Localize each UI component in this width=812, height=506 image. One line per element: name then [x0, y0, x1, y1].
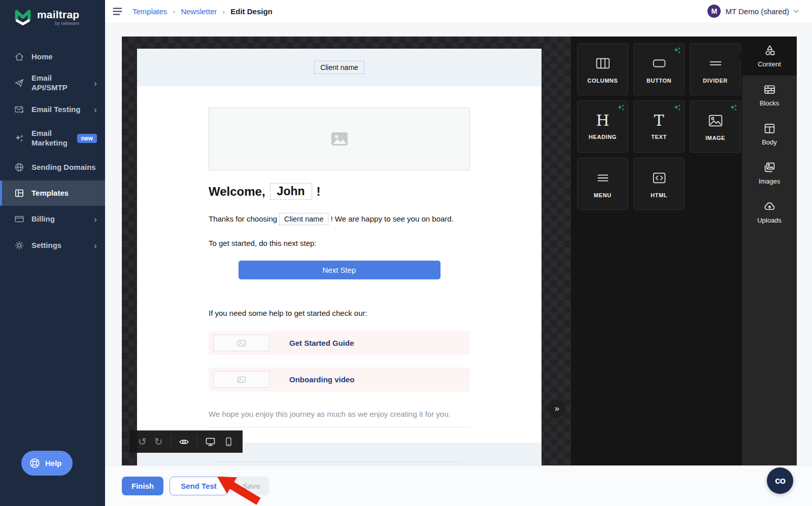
sidebar-item-templates[interactable]: Templates — [0, 180, 105, 206]
help-label: Help — [45, 459, 62, 467]
client-name-merge-tag[interactable]: Client name — [279, 213, 328, 225]
heading-block-icon: H — [596, 113, 609, 128]
block-tile-heading[interactable]: H HEADING — [577, 100, 628, 153]
menu-block-icon — [594, 169, 612, 187]
image-block-icon — [707, 112, 724, 129]
thumbnail-placeholder — [213, 371, 269, 388]
email-header-section[interactable]: Client name — [137, 49, 542, 86]
brand-tagline: by railsware — [37, 21, 79, 26]
canvas-toolbar: ↺ ↻ — [129, 430, 243, 453]
image-placeholder-icon — [331, 132, 348, 146]
breadcrumb-newsletter[interactable]: Newsletter — [181, 7, 217, 16]
account-menu[interactable]: M MT Demo (shared) — [707, 5, 799, 18]
text-block-icon: T — [654, 113, 664, 128]
lifebuoy-icon — [29, 457, 41, 469]
topbar: Templates › Newsletter › Edit Design M M… — [105, 0, 812, 22]
billing-card-icon — [14, 214, 24, 224]
templates-icon — [14, 188, 24, 198]
rail-tab-uploads[interactable]: Uploads — [742, 193, 797, 232]
sidebar-item-email-testing[interactable]: Email Testing › — [0, 96, 105, 123]
button-block-icon — [651, 55, 668, 72]
sidebar-item-home[interactable]: Home — [0, 44, 105, 70]
new-badge: new — [77, 134, 97, 143]
block-divider — [209, 427, 470, 427]
chat-widget-button[interactable]: co — [767, 467, 793, 494]
bottom-action-bar: Finish Send Test Save — [105, 465, 812, 506]
breadcrumb-templates[interactable]: Templates — [132, 7, 167, 16]
block-tile-button[interactable]: BUTTON — [633, 43, 685, 95]
paper-plane-icon — [14, 78, 24, 88]
email-body: Welcome, John ! Thanks for choosingClien… — [209, 107, 470, 427]
cloud-upload-icon — [763, 200, 776, 213]
template-editor: Client name Welcome, — [122, 37, 797, 465]
rail-tab-blocks[interactable]: Blocks — [742, 76, 797, 115]
breadcrumb-separator: › — [173, 7, 175, 16]
mailtrap-logo-icon — [13, 8, 32, 26]
first-name-merge-tag[interactable]: John — [270, 183, 312, 200]
mailtrap-logo[interactable]: mailtrap by railsware — [0, 0, 105, 26]
resource-row-video[interactable]: Onboarding video — [209, 368, 470, 391]
resource-row-guide[interactable]: Get Started Guide — [209, 331, 470, 355]
globe-icon — [14, 162, 24, 172]
closing-text[interactable]: We hope you enjoy this journey as much a… — [209, 410, 470, 418]
panel-rail: Content Blocks Body — [742, 37, 797, 465]
chevron-right-icon: › — [94, 241, 97, 250]
help-button[interactable]: Help — [21, 451, 73, 476]
guide-link[interactable]: Get Started Guide — [289, 339, 354, 347]
ai-sparkle-icon — [730, 104, 737, 114]
desktop-view-icon[interactable] — [205, 437, 216, 447]
footer-divider — [218, 462, 461, 462]
account-name: MT Demo (shared) — [725, 7, 789, 16]
mobile-view-icon[interactable] — [223, 437, 234, 447]
block-tile-divider[interactable]: DIVIDER — [690, 43, 741, 95]
block-tiles-grid: COLUMNS BUTTON — [571, 37, 742, 210]
block-tile-html[interactable]: HTML — [633, 158, 685, 210]
home-icon — [14, 52, 24, 62]
mailtrap-app: mailtrap by railsware Home Emai — [0, 0, 812, 506]
sidebar-item-settings[interactable]: Settings › — [0, 232, 105, 259]
breadcrumb-separator: › — [222, 7, 225, 16]
block-tile-text[interactable]: T TEXT — [633, 100, 685, 153]
rail-tab-content[interactable]: Content — [742, 37, 797, 76]
chevron-right-icon: › — [94, 79, 97, 88]
html-block-icon — [651, 169, 668, 187]
content-blocks-panel: COLUMNS BUTTON — [571, 37, 742, 465]
collapse-panel-button[interactable]: » — [548, 400, 566, 417]
columns-icon — [594, 55, 612, 72]
sidebar-item-email-marketing[interactable]: Email Marketing new — [0, 123, 105, 154]
welcome-heading[interactable]: Welcome, John ! — [209, 183, 470, 200]
gear-icon — [14, 240, 24, 250]
avatar: M — [707, 5, 721, 18]
intro-paragraph[interactable]: Thanks for choosingClient name! We are h… — [209, 213, 470, 224]
next-step-intro[interactable]: To get started, do this next step: — [209, 238, 470, 248]
rail-tab-body[interactable]: Body — [742, 115, 797, 154]
block-tile-menu[interactable]: MENU — [577, 158, 628, 210]
redo-icon[interactable]: ↻ — [154, 437, 163, 447]
block-tile-columns[interactable]: COLUMNS — [577, 43, 628, 95]
block-tile-image[interactable]: IMAGE — [690, 100, 741, 153]
undo-icon[interactable]: ↺ — [138, 437, 147, 447]
content-icon — [763, 44, 776, 57]
design-canvas: Client name Welcome, — [122, 37, 571, 465]
breadcrumb-current-page: Edit Design — [230, 7, 273, 16]
help-intro-text[interactable]: If you need some help to get started che… — [209, 308, 470, 318]
images-icon — [763, 161, 776, 174]
send-test-button[interactable]: Send Test — [170, 477, 228, 495]
toolbar-divider — [171, 436, 171, 447]
client-name-merge-tag[interactable]: Client name — [314, 61, 364, 74]
save-button[interactable]: Save — [234, 477, 269, 495]
email-preview[interactable]: Client name Welcome, — [137, 49, 542, 465]
body-layout-icon — [763, 122, 776, 135]
sidebar-item-sending-domains[interactable]: Sending Domains — [0, 154, 105, 180]
preview-eye-icon[interactable] — [179, 437, 189, 447]
video-link[interactable]: Onboarding video — [289, 375, 354, 384]
image-placeholder-block[interactable] — [209, 107, 470, 170]
next-step-button[interactable]: Next Step — [239, 261, 441, 279]
sidebar-item-email-api-smtp[interactable]: Email API/SMTP › — [0, 70, 105, 96]
sidebar-item-billing[interactable]: Billing › — [0, 206, 105, 232]
sparkles-icon — [14, 133, 24, 143]
hamburger-menu-icon[interactable] — [113, 7, 122, 16]
toolbar-divider — [197, 436, 197, 447]
rail-tab-images[interactable]: Images — [742, 154, 797, 193]
finish-button[interactable]: Finish — [122, 477, 163, 495]
